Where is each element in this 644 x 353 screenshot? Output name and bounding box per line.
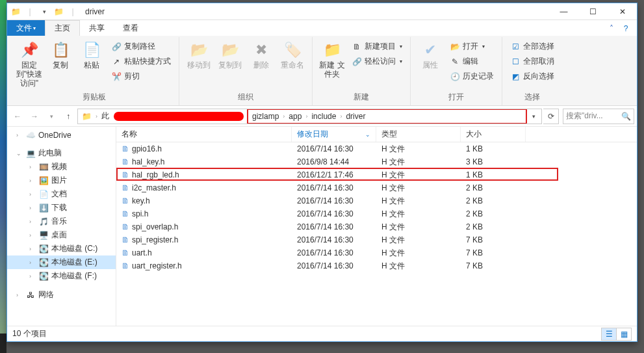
close-button[interactable]: ✕	[608, 3, 637, 20]
file-row[interactable]: 🗎spi_overlap.h2016/7/14 16:30H 文件2 KB	[116, 220, 637, 233]
file-row[interactable]: 🗎uart.h2016/7/14 16:30H 文件7 KB	[116, 246, 637, 259]
cut-button[interactable]: ✂️剪切	[109, 70, 174, 83]
file-row[interactable]: 🗎key.h2016/7/14 16:30H 文件2 KB	[116, 194, 637, 207]
taskbar-edge	[0, 333, 6, 353]
chevron-right-icon[interactable]: ›	[29, 218, 36, 225]
file-type: H 文件	[376, 261, 461, 272]
tree-drive[interactable]: ›💽本地磁盘 (E:)	[7, 255, 116, 269]
file-row[interactable]: 🗎i2c_master.h2016/7/14 16:30H 文件2 KB	[116, 181, 637, 194]
file-row[interactable]: 🗎spi_register.h2016/7/14 16:30H 文件7 KB	[116, 233, 637, 246]
copy-button[interactable]: 📋复制	[45, 37, 76, 70]
tree-item[interactable]: ›🎵音乐	[7, 215, 116, 228]
column-name[interactable]: 名称	[116, 127, 292, 142]
breadcrumb-dropdown-icon[interactable]: ▾	[527, 113, 540, 120]
chevron-right-icon[interactable]: ›	[29, 191, 36, 198]
drive-icon: 💽	[38, 272, 49, 281]
history-button[interactable]: 🕘历史记录	[447, 70, 496, 83]
breadcrumb-segment[interactable]: driver	[343, 110, 368, 123]
newitem-button[interactable]: 🗎新建项目▾	[349, 40, 405, 53]
view-icons-button[interactable]: ▦	[616, 328, 632, 341]
back-button[interactable]: ←	[10, 109, 25, 124]
tree-item[interactable]: ›🖥️桌面	[7, 228, 116, 242]
tree-item[interactable]: ›⬇️下载	[7, 201, 116, 215]
breadcrumb-segment[interactable]: gizlamp	[250, 110, 281, 123]
properties-button[interactable]: ✔属性	[415, 37, 446, 70]
chevron-right-icon[interactable]: ›	[29, 246, 36, 252]
minimize-button[interactable]: —	[549, 3, 578, 20]
navigation-tree[interactable]: ›☁️OneDrive ⌄💻此电脑 ›🎞️视频›🖼️图片›📄文档›⬇️下载›🎵音…	[7, 127, 116, 326]
copy-path-button[interactable]: 🔗复制路径	[109, 40, 174, 53]
tab-home[interactable]: 主页	[45, 20, 80, 36]
file-row[interactable]: 🗎gpio16.h2016/7/14 16:30H 文件1 KB	[116, 142, 637, 155]
file-row[interactable]: 🗎uart_register.h2016/7/14 16:30H 文件7 KB	[116, 259, 637, 272]
ribbon-collapse-icon[interactable]: ˄	[604, 21, 619, 36]
pin-quickaccess-button[interactable]: 📌固定到"快速访问"	[14, 37, 45, 88]
column-size[interactable]: 大小	[461, 127, 526, 142]
file-icon: 🗎	[122, 144, 129, 153]
refresh-button[interactable]: ⟳	[543, 109, 559, 124]
tree-item[interactable]: ›📄文档	[7, 187, 116, 201]
easyaccess-icon: 🔗	[352, 57, 362, 66]
breadcrumb-segment[interactable]: 此	[99, 109, 112, 124]
help-icon[interactable]: ?	[619, 21, 633, 36]
recent-dropdown[interactable]: ▾	[44, 109, 59, 124]
forward-button[interactable]: →	[27, 109, 42, 124]
file-type: H 文件	[376, 183, 461, 194]
chevron-right-icon[interactable]: ›	[16, 292, 23, 298]
open-button[interactable]: 📂打开▾	[447, 40, 496, 53]
tab-view[interactable]: 查看	[114, 20, 148, 36]
chevron-right-icon[interactable]: ›	[29, 259, 36, 266]
chevron-right-icon[interactable]: ›	[29, 232, 36, 239]
breadcrumb-root-icon[interactable]: 📁	[79, 109, 94, 124]
chevron-right-icon[interactable]: ›	[29, 164, 36, 170]
paste-button[interactable]: 📄粘贴	[76, 37, 107, 70]
tree-drive-label: 本地磁盘 (E:)	[51, 257, 97, 268]
chevron-right-icon[interactable]: ›	[339, 113, 343, 120]
up-button[interactable]: ↑	[60, 109, 76, 124]
selectall-button[interactable]: ☑全部选择	[508, 40, 557, 53]
tab-share[interactable]: 共享	[80, 20, 114, 36]
tree-thispc[interactable]: ⌄💻此电脑	[7, 146, 116, 160]
chevron-right-icon[interactable]: ›	[29, 177, 36, 184]
maximize-button[interactable]: ☐	[578, 3, 608, 20]
breadcrumb[interactable]: 📁 › 此 gizlamp › app › include › driver ▾	[77, 109, 542, 124]
breadcrumb-segment[interactable]: include	[309, 110, 339, 123]
titlebar[interactable]: 📁 | ▾ 📁 | driver — ☐ ✕	[7, 3, 637, 20]
chevron-right-icon[interactable]: ›	[16, 132, 23, 138]
file-row[interactable]: 🗎hal_key.h2016/9/8 14:44H 文件3 KB	[116, 155, 637, 168]
chevron-right-icon[interactable]: ›	[281, 113, 286, 120]
tree-drive[interactable]: ›💽本地磁盘 (C:)	[7, 242, 116, 255]
tree-onedrive[interactable]: ›☁️OneDrive	[7, 129, 116, 141]
file-list[interactable]: 名称 修改日期⌄ 类型 大小 🗎gpio16.h2016/7/14 16:30H…	[116, 127, 637, 326]
tree-item[interactable]: ›🖼️图片	[7, 174, 116, 187]
tree-drive[interactable]: ›💽本地磁盘 (F:)	[7, 269, 116, 283]
tree-item-label: 文档	[51, 189, 67, 200]
tree-network[interactable]: ›🖧网络	[7, 288, 116, 302]
chevron-right-icon[interactable]: ›	[29, 205, 36, 211]
rename-button[interactable]: 🏷️重命名	[277, 37, 308, 70]
breadcrumb-segment[interactable]: app	[286, 110, 304, 123]
delete-icon: ✖	[255, 40, 267, 60]
newfolder-button[interactable]: 📁新建 文件夹	[316, 37, 348, 79]
easyaccess-button[interactable]: 🔗轻松访问▾	[349, 55, 405, 68]
chevron-right-icon[interactable]: ›	[94, 113, 99, 120]
qat-dropdown-icon[interactable]: ▾	[39, 7, 49, 17]
column-type[interactable]: 类型	[376, 127, 461, 142]
view-details-button[interactable]: ☰	[601, 328, 617, 341]
file-row[interactable]: 🗎hal_rgb_led.h2016/12/1 17:46H 文件1 KB	[116, 168, 637, 181]
moveto-button[interactable]: 📂移动到	[183, 37, 214, 70]
delete-button[interactable]: ✖删除	[246, 37, 277, 70]
paste-shortcut-button[interactable]: ↗粘贴快捷方式	[109, 55, 174, 68]
column-date[interactable]: 修改日期⌄	[292, 127, 376, 142]
chevron-right-icon[interactable]: ›	[304, 113, 309, 120]
chevron-down-icon[interactable]: ⌄	[16, 150, 23, 157]
invertselect-button[interactable]: ◩反向选择	[508, 70, 557, 83]
selectnone-button[interactable]: ☐全部取消	[508, 55, 557, 68]
tab-file[interactable]: 文件▾	[7, 20, 45, 36]
tree-item[interactable]: ›🎞️视频	[7, 160, 116, 174]
search-input[interactable]: 搜索"driv... 🔍	[563, 109, 634, 124]
chevron-right-icon[interactable]: ›	[29, 273, 36, 280]
edit-button[interactable]: ✎编辑	[447, 55, 496, 68]
file-row[interactable]: 🗎spi.h2016/7/14 16:30H 文件2 KB	[116, 207, 637, 220]
copyto-button[interactable]: 📂复制到	[214, 37, 246, 70]
